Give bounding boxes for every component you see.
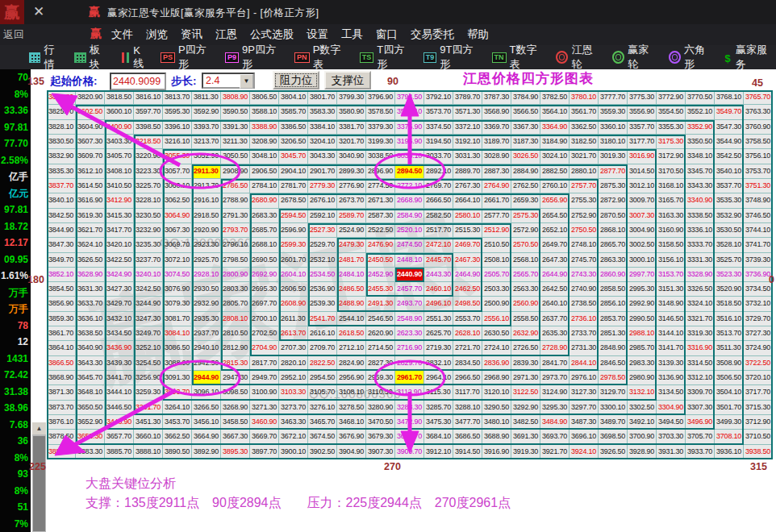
- grid-cell[interactable]: 2848.90: [599, 341, 628, 355]
- grid-cell[interactable]: 2551.30: [424, 312, 453, 326]
- grid-cell[interactable]: 2964.10: [424, 371, 453, 385]
- grid-cell[interactable]: 2671.30: [366, 193, 395, 208]
- grid-cell[interactable]: 2988.10: [628, 326, 657, 341]
- grid-cell[interactable]: 2618.50: [337, 326, 366, 341]
- grid-cell[interactable]: 3117.70: [453, 385, 482, 400]
- grid-cell[interactable]: 2928.10: [192, 268, 221, 282]
- grid-cell[interactable]: 2798.50: [221, 253, 250, 268]
- grid-cell[interactable]: 2733.70: [569, 326, 599, 341]
- grid-cell[interactable]: 3024.10: [540, 149, 569, 164]
- grid-cell[interactable]: 3110.50: [366, 385, 395, 400]
- grid-cell[interactable]: 2695.30: [250, 282, 279, 297]
- grid-cell[interactable]: 3600.10: [105, 105, 134, 119]
- grid-cell[interactable]: 2536.90: [308, 282, 337, 297]
- grid-cell[interactable]: 2851.30: [599, 326, 628, 341]
- grid-cell[interactable]: 3038.50: [366, 149, 395, 164]
- grid-cell[interactable]: 3398.50: [134, 120, 163, 135]
- grid-cell[interactable]: 3127.30: [569, 385, 599, 400]
- grid-cell[interactable]: 3633.70: [76, 297, 105, 311]
- grid-cell[interactable]: 3244.90: [134, 297, 163, 311]
- grid-cell[interactable]: 3614.50: [76, 179, 105, 193]
- grid-cell[interactable]: 3758.50: [744, 135, 773, 149]
- grid-cell[interactable]: 3007.30: [628, 209, 657, 223]
- grid-cell[interactable]: 3595.30: [163, 105, 192, 119]
- grid-cell[interactable]: 3307.30: [686, 401, 715, 415]
- grid-cell[interactable]: 3650.50: [76, 401, 105, 415]
- grid-cell[interactable]: 2743.30: [569, 268, 599, 282]
- toolbar-button-K线[interactable]: K线: [120, 44, 150, 71]
- grid-cell[interactable]: 2664.10: [453, 193, 482, 208]
- grid-cell[interactable]: 2647.30: [540, 253, 569, 268]
- grid-cell[interactable]: 3566.50: [511, 105, 540, 119]
- grid-cell[interactable]: 3842.50: [47, 209, 76, 223]
- grid-cell[interactable]: 2904.10: [279, 164, 308, 179]
- grid-cell[interactable]: 3559.30: [599, 105, 628, 119]
- grid-cell[interactable]: 3712.90: [744, 415, 773, 430]
- grid-cell[interactable]: 3297.70: [569, 401, 599, 415]
- grid-cell[interactable]: 3156.10: [657, 253, 686, 268]
- grid-cell[interactable]: 2476.90: [366, 238, 395, 252]
- grid-cell[interactable]: 3760.90: [744, 120, 773, 135]
- grid-cell[interactable]: 2594.50: [279, 209, 308, 223]
- grid-cell[interactable]: 3722.50: [744, 356, 773, 371]
- grid-cell[interactable]: 3247.30: [134, 312, 163, 326]
- center-cell[interactable]: 2440.90: [395, 268, 424, 282]
- grid-cell[interactable]: 3376.90: [395, 120, 424, 135]
- grid-cell[interactable]: 2726.50: [511, 341, 540, 355]
- grid-cell[interactable]: 3782.50: [540, 90, 569, 105]
- grid-cell[interactable]: 2445.70: [424, 253, 453, 268]
- grid-cell[interactable]: 3237.70: [134, 253, 163, 268]
- grid-cell[interactable]: 3480.10: [482, 415, 511, 430]
- grid-cell[interactable]: 3746.50: [744, 209, 773, 223]
- grid-cell[interactable]: 3338.50: [686, 209, 715, 223]
- grid-cell[interactable]: 2546.50: [366, 312, 395, 326]
- grid-cell[interactable]: 3890.50: [163, 445, 192, 459]
- grid-cell[interactable]: 3772.90: [657, 90, 686, 105]
- grid-cell[interactable]: 3748.90: [744, 193, 773, 208]
- grid-cell[interactable]: 3052.90: [192, 149, 221, 164]
- grid-cell[interactable]: 3300.10: [599, 401, 628, 415]
- grid-cell[interactable]: 3775.30: [628, 90, 657, 105]
- grid-cell[interactable]: 3847.30: [47, 238, 76, 252]
- grid-cell[interactable]: 2697.70: [250, 297, 279, 311]
- grid-cell[interactable]: 2906.50: [250, 164, 279, 179]
- grid-cell[interactable]: 2817.70: [250, 356, 279, 371]
- grid-cell[interactable]: 3074.50: [163, 268, 192, 282]
- grid-cell[interactable]: 2781.70: [279, 179, 308, 193]
- grid-cell[interactable]: 3552.10: [686, 105, 715, 119]
- grid-cell[interactable]: 2652.10: [540, 223, 569, 238]
- grid-cell[interactable]: 3475.30: [424, 415, 453, 430]
- grid-cell[interactable]: 3201.70: [337, 135, 366, 149]
- grid-cell[interactable]: 3494.50: [657, 415, 686, 430]
- grid-cell[interactable]: 3573.70: [424, 105, 453, 119]
- grid-cell[interactable]: 2505.70: [482, 268, 511, 282]
- grid-cell[interactable]: 2469.70: [453, 238, 482, 252]
- grid-cell[interactable]: 2865.70: [599, 238, 628, 252]
- key-cell-90度[interactable]: 2894.50: [395, 164, 424, 179]
- grid-cell[interactable]: 3273.70: [279, 401, 308, 415]
- grid-cell[interactable]: 3129.70: [599, 385, 628, 400]
- grid-cell[interactable]: 2443.30: [424, 268, 453, 282]
- grid-cell[interactable]: 2572.90: [511, 223, 540, 238]
- grid-cell[interactable]: 3784.90: [511, 90, 540, 105]
- grid-cell[interactable]: 3837.70: [47, 179, 76, 193]
- grid-cell[interactable]: 3830.50: [47, 135, 76, 149]
- grid-cell[interactable]: 3770.50: [686, 90, 715, 105]
- grid-cell[interactable]: 3871.30: [47, 385, 76, 400]
- grid-cell[interactable]: 3012.10: [628, 179, 657, 193]
- grid-cell[interactable]: 2692.90: [250, 268, 279, 282]
- grid-cell[interactable]: 2690.50: [250, 253, 279, 268]
- grid-cell[interactable]: 2942.50: [192, 356, 221, 371]
- menu-item-公式选股[interactable]: 公式选股: [250, 27, 294, 42]
- grid-cell[interactable]: 3556.90: [628, 105, 657, 119]
- grid-cell[interactable]: 3441.70: [105, 371, 134, 385]
- grid-cell[interactable]: 3688.90: [482, 430, 511, 444]
- grid-cell[interactable]: 3604.90: [76, 120, 105, 135]
- sidebar-scrollbar[interactable]: ▲: [32, 422, 46, 532]
- grid-cell[interactable]: 3686.50: [453, 430, 482, 444]
- grid-cell[interactable]: 3405.70: [105, 149, 134, 164]
- grid-cell[interactable]: 3278.50: [337, 401, 366, 415]
- grid-cell[interactable]: 3609.70: [76, 149, 105, 164]
- grid-cell[interactable]: 3067.30: [163, 223, 192, 238]
- grid-cell[interactable]: 3672.10: [279, 430, 308, 444]
